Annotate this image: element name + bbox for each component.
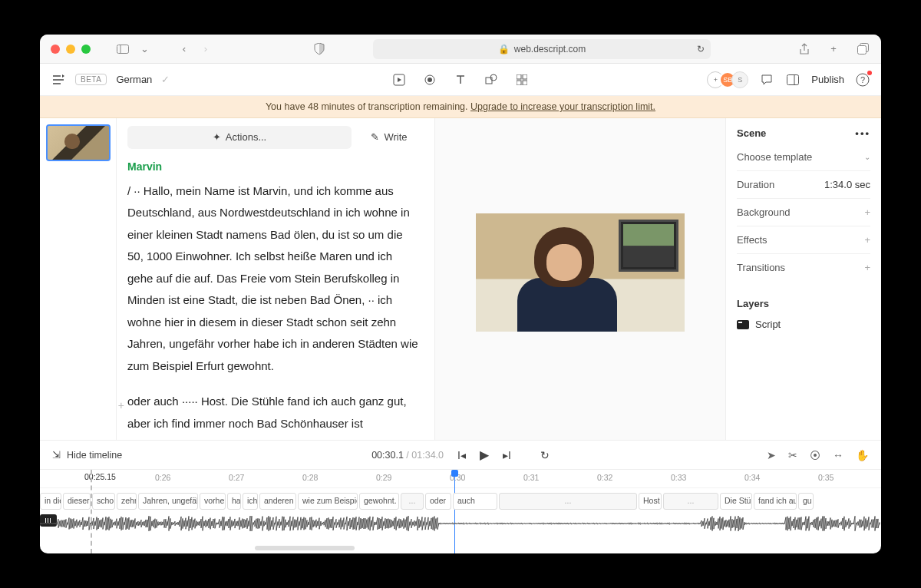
loop-icon[interactable]: ↻ bbox=[540, 449, 550, 461]
word-clip[interactable]: fand ich au bbox=[754, 493, 797, 510]
hide-timeline-button[interactable]: ⇲ Hide timeline bbox=[52, 449, 122, 461]
plus-icon[interactable]: + bbox=[864, 234, 870, 246]
actions-button[interactable]: ✦ Actions... bbox=[127, 126, 352, 149]
effects-row[interactable]: Effects + bbox=[737, 226, 870, 253]
close-window-icon[interactable] bbox=[51, 45, 60, 54]
project-name[interactable]: German bbox=[116, 74, 152, 85]
word-clip[interactable]: ha bbox=[227, 493, 241, 510]
new-tab-icon[interactable]: + bbox=[826, 41, 841, 57]
waveform[interactable] bbox=[40, 514, 881, 533]
speaker-label[interactable]: Marvin bbox=[127, 157, 421, 177]
avatar-stack[interactable]: + SB S bbox=[707, 71, 748, 88]
plus-icon[interactable]: + bbox=[864, 206, 870, 218]
word-clip[interactable]: ich bbox=[243, 493, 258, 510]
avatar[interactable]: S bbox=[731, 71, 748, 88]
upgrade-banner: You have 48 minutes of transcription rem… bbox=[40, 96, 881, 118]
paragraph-gutter[interactable]: / + bbox=[117, 395, 124, 416]
hand-tool-icon[interactable]: ✋ bbox=[856, 449, 869, 461]
svg-rect-0 bbox=[117, 45, 129, 53]
url-host: web.descript.com bbox=[514, 44, 586, 55]
transcript-paragraph[interactable]: / + oder auch ····· Host. Die Stühle fan… bbox=[127, 391, 421, 434]
word-clip[interactable]: schon bbox=[92, 493, 115, 510]
sidebar-toggle-icon[interactable] bbox=[115, 41, 130, 57]
duration-row: Duration 1:34.0 sec bbox=[737, 170, 870, 198]
url-bar[interactable]: 🔒 web.descript.com ↻ bbox=[373, 39, 711, 59]
word-clip[interactable]: wie zum Beispiel bbox=[298, 493, 358, 510]
skip-forward-icon[interactable]: ▸I bbox=[503, 449, 511, 461]
video-frame[interactable] bbox=[476, 213, 685, 332]
hide-timeline-label: Hide timeline bbox=[67, 450, 122, 461]
link-tool-icon[interactable]: ⦿ bbox=[810, 449, 820, 461]
ruler-tick: 0:29 bbox=[376, 473, 391, 482]
script-panel[interactable]: ✦ Actions... ✎ Write Marvin / ·· Hallo, … bbox=[117, 118, 434, 440]
zoom-window-icon[interactable] bbox=[81, 45, 91, 54]
back-icon[interactable]: ‹ bbox=[177, 41, 192, 57]
duration-label: Duration bbox=[737, 179, 774, 190]
upgrade-link[interactable]: Upgrade to increase your transcription l… bbox=[470, 101, 655, 112]
share-icon[interactable] bbox=[797, 41, 812, 57]
reload-icon[interactable]: ↻ bbox=[697, 44, 705, 55]
shield-icon[interactable] bbox=[312, 41, 327, 57]
help-icon[interactable]: ? bbox=[855, 72, 870, 88]
ruler-tick: 0:28 bbox=[302, 473, 318, 482]
titlebar: ⌄ ‹ › 🔒 web.descript.com ↻ + bbox=[40, 35, 881, 64]
scene-thumbnail[interactable] bbox=[46, 124, 111, 161]
clip-track[interactable]: in diedieserschonzehnJahren, ungefährvor… bbox=[40, 493, 881, 513]
more-icon[interactable]: ••• bbox=[855, 127, 870, 139]
timeline[interactable]: 00:25.15 0:260:270:280:290:300:310:320:3… bbox=[40, 469, 881, 553]
outline-icon[interactable] bbox=[51, 72, 66, 88]
transcript-text[interactable]: oder auch ····· Host. Die Stühle fand ic… bbox=[127, 395, 407, 430]
transcript-paragraph[interactable]: / ·· Hallo, mein Name ist Marvin, und ic… bbox=[127, 180, 421, 378]
tabs-icon[interactable] bbox=[855, 41, 870, 57]
gap-clip[interactable]: ... bbox=[401, 493, 424, 510]
word-clip[interactable]: gewohnt. bbox=[359, 493, 399, 510]
timeline-ruler[interactable]: 00:25.15 0:260:270:280:290:300:310:320:3… bbox=[40, 470, 881, 488]
publish-button[interactable]: Publish bbox=[811, 74, 844, 85]
transitions-row[interactable]: Transitions + bbox=[737, 253, 870, 281]
word-clip[interactable]: Jahren, ungefähr bbox=[138, 493, 198, 510]
layers-heading: Layers bbox=[737, 290, 870, 314]
word-clip[interactable]: vorher bbox=[200, 493, 226, 510]
record-tool-icon[interactable] bbox=[423, 73, 437, 87]
grid-tool-icon[interactable] bbox=[515, 73, 529, 87]
word-clip[interactable]: dieser bbox=[63, 493, 91, 510]
transcript-text[interactable]: / ·· Hallo, mein Name ist Marvin, und ic… bbox=[127, 184, 418, 372]
horizontal-scrollbar[interactable] bbox=[255, 546, 355, 550]
gap-clip[interactable]: ... bbox=[499, 493, 637, 510]
svg-rect-13 bbox=[787, 74, 799, 84]
write-button[interactable]: ✎ Write bbox=[358, 126, 421, 149]
play-tool-icon[interactable] bbox=[392, 73, 406, 87]
wand-icon: ✦ bbox=[213, 128, 221, 147]
svg-text:?: ? bbox=[860, 75, 865, 84]
background-label: Background bbox=[737, 206, 790, 218]
banner-text: You have 48 minutes of transcription rem… bbox=[266, 101, 470, 112]
plus-icon[interactable]: + bbox=[864, 262, 870, 273]
gap-clip[interactable]: ... bbox=[663, 493, 718, 510]
chevron-down-icon[interactable]: ⌄ bbox=[137, 41, 152, 57]
video-preview[interactable] bbox=[434, 118, 726, 440]
collapse-icon: ⇲ bbox=[52, 449, 61, 461]
forward-icon[interactable]: › bbox=[198, 41, 213, 57]
appbar: BETA German ✓ + SB S Publish ? bbox=[40, 64, 881, 96]
word-clip[interactable]: anderen S bbox=[259, 493, 296, 510]
shapes-tool-icon[interactable] bbox=[484, 73, 498, 87]
word-clip[interactable]: gu bbox=[798, 493, 814, 510]
range-tool-icon[interactable]: ↔ bbox=[833, 449, 843, 461]
panel-toggle-icon[interactable] bbox=[785, 72, 801, 88]
comment-icon[interactable] bbox=[759, 72, 774, 88]
play-icon[interactable]: ▶ bbox=[480, 448, 489, 462]
background-row[interactable]: Background + bbox=[737, 198, 870, 226]
template-selector[interactable]: Choose template ⌄ bbox=[737, 148, 870, 170]
pointer-tool-icon[interactable]: ➤ bbox=[767, 449, 776, 461]
word-clip[interactable]: in die bbox=[40, 493, 61, 510]
word-clip[interactable]: auch bbox=[453, 493, 497, 510]
word-clip[interactable]: Die Stü bbox=[720, 493, 752, 510]
blade-tool-icon[interactable]: ✂ bbox=[788, 449, 797, 461]
layer-item[interactable]: Script bbox=[737, 314, 870, 335]
minimize-window-icon[interactable] bbox=[66, 45, 75, 54]
word-clip[interactable]: Host bbox=[639, 493, 662, 510]
text-tool-icon[interactable] bbox=[454, 73, 467, 87]
word-clip[interactable]: oder bbox=[425, 493, 451, 510]
skip-back-icon[interactable]: I◂ bbox=[457, 449, 466, 461]
word-clip[interactable]: zehn bbox=[117, 493, 137, 510]
